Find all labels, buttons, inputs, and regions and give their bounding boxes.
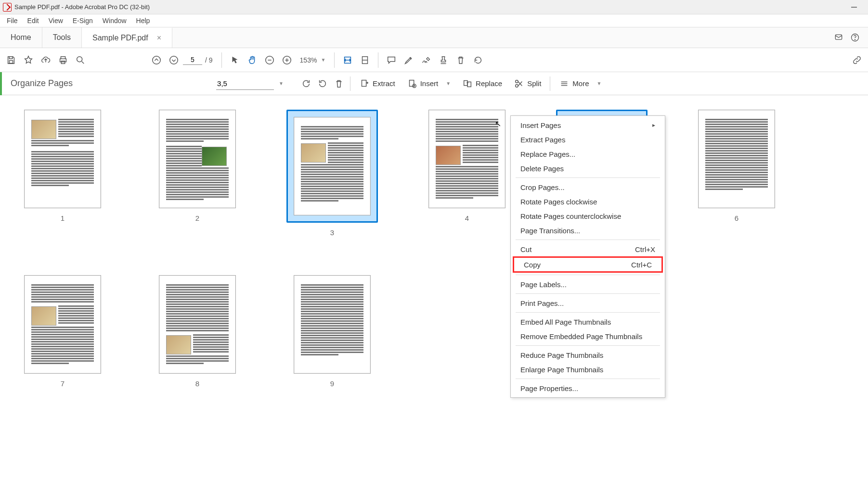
ctx-replace-pages[interactable]: Replace Pages...	[511, 147, 665, 161]
page-number-input[interactable]	[183, 55, 202, 65]
page-thumb-label: 2	[195, 214, 199, 222]
thumbnail-grid: 1 2 3 4 5 6 7 8 9	[0, 95, 868, 402]
svg-line-8	[82, 61, 84, 63]
organize-toolbar: Organize Pages ▼ Extract Insert▼ Replace…	[0, 72, 868, 95]
split-button[interactable]: Split	[508, 78, 547, 89]
ctx-rotate-ccw[interactable]: Rotate Pages counterclockwise	[511, 209, 665, 223]
range-dropdown-icon[interactable]: ▼	[279, 81, 284, 86]
ctx-remove-embed[interactable]: Remove Embedded Page Thumbnails	[511, 329, 665, 343]
page-thumb-7[interactable]: 7	[19, 275, 106, 388]
page-thumb-label: 7	[61, 379, 65, 388]
ctx-reduce-thumbs[interactable]: Reduce Page Thumbnails	[511, 348, 665, 362]
tab-tools[interactable]: Tools	[42, 27, 82, 48]
page-thumb-4[interactable]: 4	[424, 110, 510, 237]
page-thumb-label: 9	[330, 379, 334, 388]
page-thumb-9[interactable]: 9	[289, 275, 376, 388]
ctx-copy[interactable]: CopyCtrl+C	[514, 258, 661, 271]
ctx-embed-thumbs[interactable]: Embed All Page Thumbnails	[511, 315, 665, 329]
ctx-print-pages[interactable]: Print Pages...	[511, 296, 665, 310]
svg-point-26	[516, 80, 518, 83]
close-tab-button[interactable]: ×	[157, 34, 161, 42]
page-thumb-image	[294, 117, 371, 215]
page-thumb-image	[159, 110, 236, 208]
help-icon[interactable]	[847, 29, 863, 46]
ctx-cut[interactable]: CutCtrl+X	[511, 242, 665, 256]
minimize-button[interactable]	[843, 0, 865, 14]
extract-button[interactable]: Extract	[353, 78, 401, 89]
star-icon[interactable]	[20, 52, 37, 68]
tab-document-label: Sample PDF.pdf	[92, 34, 148, 42]
page-thumb-label: 6	[735, 214, 738, 222]
page-thumb-image	[159, 275, 236, 374]
stamp-icon[interactable]	[435, 52, 452, 68]
zoom-level[interactable]: 153%▼	[296, 56, 330, 64]
page-up-icon[interactable]	[148, 52, 165, 68]
highlight-icon[interactable]	[401, 52, 417, 68]
window-title: Sample PDF.pdf - Adobe Acrobat Pro DC (3…	[14, 3, 150, 11]
page-thumb-image	[428, 110, 505, 208]
svg-point-3	[855, 39, 855, 40]
sign-icon[interactable]	[418, 52, 434, 68]
acrobat-icon	[3, 3, 12, 12]
ctx-page-labels[interactable]: Page Labels...	[511, 277, 665, 291]
rotate-cw-icon[interactable]	[314, 76, 331, 92]
ctx-page-props[interactable]: Page Properties...	[511, 381, 665, 395]
page-range-input[interactable]	[216, 77, 274, 90]
delete-page-icon[interactable]	[331, 76, 347, 92]
svg-point-10	[170, 56, 178, 64]
share-link-icon[interactable]	[849, 52, 865, 68]
print-icon[interactable]	[55, 52, 71, 68]
delete-icon[interactable]	[453, 52, 469, 68]
page-thumb-label: 8	[195, 379, 199, 388]
menu-edit[interactable]: Edit	[23, 15, 44, 26]
tab-home[interactable]: Home	[0, 27, 42, 48]
rotate-icon[interactable]	[470, 52, 486, 68]
context-menu: Insert Pages Extract Pages Replace Pages…	[510, 115, 665, 398]
selection-tool-icon[interactable]	[227, 52, 243, 68]
notifications-icon[interactable]	[830, 29, 847, 46]
menu-file[interactable]: File	[2, 15, 23, 26]
ctx-rotate-cw[interactable]: Rotate Pages clockwise	[511, 194, 665, 209]
insert-button[interactable]: Insert▼	[401, 78, 456, 89]
zoom-in-icon[interactable]	[279, 52, 295, 68]
page-thumb-6[interactable]: 6	[693, 110, 780, 237]
page-thumb-2[interactable]: 2	[154, 110, 241, 237]
svg-rect-5	[60, 59, 66, 62]
hand-tool-icon[interactable]	[244, 52, 260, 68]
page-down-icon[interactable]	[166, 52, 182, 68]
svg-rect-6	[61, 61, 65, 63]
fit-page-icon[interactable]	[357, 52, 373, 68]
menu-view[interactable]: View	[44, 15, 68, 26]
svg-rect-20	[409, 80, 414, 86]
svg-rect-1	[835, 35, 842, 39]
ctx-delete-pages[interactable]: Delete Pages	[511, 161, 665, 176]
page-thumb-3[interactable]: 3	[289, 110, 376, 237]
zoom-out-icon[interactable]	[261, 52, 278, 68]
menu-help[interactable]: Help	[131, 15, 155, 26]
tab-document[interactable]: Sample PDF.pdf ×	[82, 27, 172, 48]
rotate-ccw-icon[interactable]	[298, 76, 314, 92]
fit-width-icon[interactable]	[339, 52, 356, 68]
svg-point-9	[153, 56, 161, 64]
ctx-extract-pages[interactable]: Extract Pages	[511, 132, 665, 147]
ctx-transitions[interactable]: Page Transitions...	[511, 223, 665, 238]
ctx-copy-highlight: CopyCtrl+C	[513, 256, 663, 273]
ctx-crop-pages[interactable]: Crop Pages...	[511, 180, 665, 194]
find-icon[interactable]	[72, 52, 89, 68]
page-thumb-1[interactable]: 1	[19, 110, 106, 237]
menu-window[interactable]: Window	[98, 15, 131, 26]
replace-button[interactable]: Replace	[456, 78, 508, 89]
page-thumb-image	[698, 110, 775, 208]
page-thumb-8[interactable]: 8	[154, 275, 241, 388]
save-icon[interactable]	[3, 52, 19, 68]
page-count: / 9	[205, 56, 213, 64]
ctx-insert-pages[interactable]: Insert Pages	[511, 118, 665, 132]
main-toolbar: / 9 153%▼	[0, 48, 868, 72]
cloud-upload-icon[interactable]	[38, 52, 54, 68]
organize-title: Organize Pages	[2, 78, 81, 88]
ctx-enlarge-thumbs[interactable]: Enlarge Page Thumbnails	[511, 362, 665, 377]
page-thumb-image	[24, 110, 101, 208]
menu-esign[interactable]: E-Sign	[68, 15, 98, 26]
comment-icon[interactable]	[383, 52, 400, 68]
more-button[interactable]: More▼	[553, 78, 607, 89]
